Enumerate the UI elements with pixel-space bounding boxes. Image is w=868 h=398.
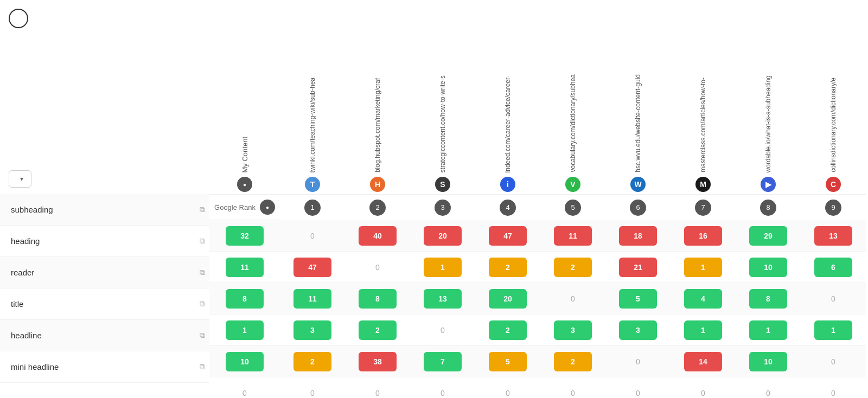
column-rank-badge: 1 xyxy=(304,200,321,216)
cell-badge: 2 xyxy=(554,258,592,277)
cell-col0-row2: 11 xyxy=(280,283,345,314)
cell-col2-row1: 1 xyxy=(410,252,475,283)
column-header-3: indeed.com/career-advice/career-i xyxy=(475,0,540,194)
column-url: hsc.wvu.edu/website-content-guid xyxy=(634,74,642,172)
cell-col8-row5: 0 xyxy=(801,377,866,398)
my-content-cell-5: 0 xyxy=(209,377,280,398)
column-header-1: blog.hubspot.com/marketing/crafH xyxy=(345,0,410,194)
column-header-8: collinsdictionary.com/dictionary/eC xyxy=(801,0,866,194)
cell-badge: 20 xyxy=(424,226,462,246)
my-content-cell-3: 1 xyxy=(209,314,280,346)
cell-col0-row0: 0 xyxy=(280,220,345,252)
cell-badge: 29 xyxy=(749,226,787,246)
cell-badge: 47 xyxy=(293,258,331,277)
cell-col1-row2: 8 xyxy=(345,283,410,314)
my-content-icon: ● xyxy=(237,177,252,192)
column-url: twinkl.com/teaching-wiki/sub-hea xyxy=(309,78,316,172)
column-favicon: C xyxy=(826,177,841,192)
cell-col1-row3: 2 xyxy=(345,314,410,346)
column-rank-badge: 2 xyxy=(369,200,386,216)
cell-badge: 2 xyxy=(554,352,592,371)
column-favicon: T xyxy=(305,177,320,192)
cell-badge: 1 xyxy=(684,258,722,277)
cell-col5-row1: 21 xyxy=(605,252,671,283)
copy-icon[interactable]: ⧉ xyxy=(200,362,205,371)
cell-badge: 10 xyxy=(749,258,787,277)
competitor-column-6: masterclass.com/articles/how-to-M7161411… xyxy=(671,0,736,398)
cell-col5-row5: 0 xyxy=(605,377,671,398)
cell-badge: 3 xyxy=(293,320,331,340)
cell-col5-row2: 5 xyxy=(605,283,671,314)
cell-col2-row0: 20 xyxy=(410,220,475,252)
chevron-down-icon: ▾ xyxy=(20,175,23,183)
cell-col3-row3: 2 xyxy=(475,314,540,346)
row-label-heading: heading⧉ xyxy=(0,226,209,257)
row-labels: subheading⧉heading⧉reader⧉title⧉headline… xyxy=(0,194,209,383)
cell-col7-row4: 10 xyxy=(736,346,801,377)
cell-badge: 11 xyxy=(554,226,592,246)
column-url: strategiccontent.co/how-to-write-s xyxy=(439,75,446,172)
cell-badge: 1 xyxy=(814,320,852,340)
cell-col5-row0: 18 xyxy=(605,220,671,252)
cell-badge: 1 xyxy=(684,320,722,340)
cell-badge: 47 xyxy=(489,226,527,246)
row-label-reader: reader⧉ xyxy=(0,257,209,288)
column-rank-row: 9 xyxy=(801,194,866,220)
column-header-2: strategiccontent.co/how-to-write-sS xyxy=(410,0,475,194)
copy-icon[interactable]: ⧉ xyxy=(200,299,205,309)
my-content-rank-badge: ● xyxy=(260,200,275,215)
cell-col4-row3: 3 xyxy=(540,314,605,346)
cell-col7-row2: 8 xyxy=(736,283,801,314)
copy-icon[interactable]: ⧉ xyxy=(200,268,205,277)
cell-col8-row3: 1 xyxy=(801,314,866,346)
cell-badge: 10 xyxy=(749,352,787,371)
cell-badge: 8 xyxy=(749,289,787,309)
top-topics-button[interactable]: ▾ xyxy=(9,170,31,188)
my-content-header: My Content● xyxy=(209,0,280,194)
cell-col7-row1: 10 xyxy=(736,252,801,283)
column-rank-badge: 4 xyxy=(500,200,516,216)
row-label-mini-headline: mini headline⧉ xyxy=(0,351,209,383)
cell-col4-row0: 11 xyxy=(540,220,605,252)
cell-col6-row1: 1 xyxy=(671,252,736,283)
cell-badge: 38 xyxy=(359,352,397,371)
column-rank-row: 1 xyxy=(280,194,345,220)
cell-badge: 18 xyxy=(619,226,657,246)
cell-col2-row5: 0 xyxy=(410,377,475,398)
copy-icon[interactable]: ⧉ xyxy=(200,205,205,214)
competitor-cols: twinkl.com/teaching-wiki/sub-heaT1047113… xyxy=(280,0,866,398)
row-label-text: subheading xyxy=(11,205,53,214)
column-favicon: ▶ xyxy=(761,177,776,192)
my-content-cell-0: 32 xyxy=(209,220,280,252)
row-label-text: reader xyxy=(11,268,34,277)
cell-badge: 8 xyxy=(359,289,397,309)
column-rank-row: 5 xyxy=(540,194,605,220)
cell-col7-row3: 1 xyxy=(736,314,801,346)
cell-col1-row1: 0 xyxy=(345,252,410,283)
copy-icon[interactable]: ⧉ xyxy=(200,236,205,246)
cell-col3-row4: 5 xyxy=(475,346,540,377)
competitor-column-3: indeed.com/career-advice/career-i4472202… xyxy=(475,0,540,398)
copy-icon[interactable]: ⧉ xyxy=(200,331,205,340)
cell-col6-row0: 16 xyxy=(671,220,736,252)
row-label-text: title xyxy=(11,299,23,309)
cell-col8-row0: 13 xyxy=(801,220,866,252)
cell-badge: 32 xyxy=(226,226,264,246)
my-content-cell-2: 8 xyxy=(209,283,280,314)
cell-badge: 2 xyxy=(359,320,397,340)
columns-container: My Content● Google Rank● 321181100 twink… xyxy=(209,0,868,398)
column-rank-row: 2 xyxy=(345,194,410,220)
left-panel: ▾ subheading⧉heading⧉reader⧉title⧉headli… xyxy=(0,0,209,398)
google-rank-row: Google Rank● xyxy=(209,194,280,220)
column-header-6: masterclass.com/articles/how-to-M xyxy=(671,0,736,194)
close-button[interactable] xyxy=(9,9,28,28)
competitor-column-7: wordable.io/what-is-a-subheading▶8291081… xyxy=(736,0,801,398)
competitor-column-8: collinsdictionary.com/dictionary/eC91360… xyxy=(801,0,866,398)
row-label-subheading: subheading⧉ xyxy=(0,194,209,226)
cell-col3-row0: 47 xyxy=(475,220,540,252)
column-header-7: wordable.io/what-is-a-subheading▶ xyxy=(736,0,801,194)
cell-badge: 16 xyxy=(684,226,722,246)
cell-col2-row4: 7 xyxy=(410,346,475,377)
cell-col5-row4: 0 xyxy=(605,346,671,377)
column-favicon: S xyxy=(435,177,450,192)
